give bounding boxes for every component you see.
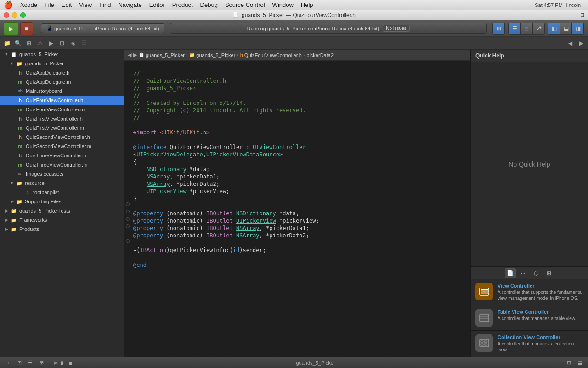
minimize-button[interactable] [12, 12, 17, 18]
window-controls-right: ⊡ [580, 12, 584, 18]
svg-rect-7 [480, 339, 489, 347]
bottom-scheme-label: ▶ ⏸ ⏹ guands_5_Picker [54, 360, 556, 366]
nav-source-control-button[interactable]: ⊞ [24, 38, 34, 48]
assistant-editor-button[interactable]: ⊡ [520, 23, 532, 34]
menu-product[interactable]: Product [169, 1, 197, 8]
sidebar-item-supporting-files[interactable]: 📁 Supporting Files [0, 197, 124, 206]
breadcrumb-item-1[interactable]: 📋 guands_5_Picker › [139, 52, 187, 58]
run-button[interactable]: ▶ [4, 22, 18, 35]
nav-breakpoints-button[interactable]: ◈ [68, 38, 78, 48]
nav-panel-icon: ◧ [552, 25, 557, 32]
stop-button[interactable]: ■ [20, 22, 33, 35]
svg-rect-8 [481, 341, 483, 343]
qh-item-table-view-controller[interactable]: Table View Controller A controller that … [471, 305, 588, 331]
menu-navigate[interactable]: Navigate [114, 1, 145, 8]
hierarchy-button[interactable]: ⊞ [37, 359, 46, 367]
menu-find[interactable]: Find [96, 1, 114, 8]
scheme-selector[interactable]: 📱 guands_5_P... — iPhone Retina (4-inch … [41, 23, 164, 33]
sidebar-item-frameworks[interactable]: 📁 Frameworks [0, 215, 124, 224]
sidebar-item-quiz-second-h[interactable]: h QuizSecondViewController.h [0, 132, 124, 142]
sidebar-item-main-group[interactable]: 📁 guands_5_Picker [0, 59, 124, 68]
add-file-button[interactable]: + [4, 359, 13, 367]
menu-view[interactable]: View [75, 1, 96, 8]
sidebar-item-quiz-three-m[interactable]: m QuizThreeViewController.m [0, 160, 124, 169]
filter-button[interactable]: ⊡ [15, 359, 24, 367]
code-editor[interactable]: // // QuizFourViewController.h // guands… [124, 61, 470, 357]
quick-help-no-content: No Quick Help [471, 62, 588, 266]
close-button[interactable] [4, 12, 9, 18]
qh-doc-button[interactable]: 📄 [505, 268, 516, 278]
sidebar-item-quiz-three-h[interactable]: h QuizThreeViewController.h [0, 151, 124, 160]
nav-issues-button[interactable]: ⚠ [35, 38, 45, 48]
show-debug-panel-button[interactable]: ⬓ [560, 23, 572, 34]
menu-xcode[interactable]: Xcode [17, 1, 41, 8]
menu-help[interactable]: Help [297, 1, 317, 8]
menu-source-control[interactable]: Source Control [221, 1, 269, 8]
bottom-play-button[interactable]: ▶ [54, 360, 57, 366]
build-status: Running guands_5_Picker on iPhone Retina… [170, 23, 487, 34]
gutter-dot-3[interactable] [126, 217, 130, 221]
nav-debug-button[interactable]: ⊡ [57, 38, 67, 48]
nav-tests-button[interactable]: ▶ [46, 38, 56, 48]
version-editor-button[interactable]: ⎇ [532, 23, 544, 34]
sidebar-item-quiz-second-m[interactable]: m QuizSecondViewController.m [0, 142, 124, 151]
bc3-icon: h [240, 52, 243, 58]
sidebar-item-products[interactable]: 📁 Products [0, 224, 124, 234]
menu-edit[interactable]: Edit [58, 1, 75, 8]
images-xcassets-label: Images.xcassets [26, 171, 63, 177]
sidebar-item-quiz-app-delegate-m[interactable]: m QuizAppDelegate.m [0, 77, 124, 86]
sidebar-item-main-storyboard[interactable]: sb Main.storyboard [0, 86, 124, 96]
nav-logs-button[interactable]: ☰ [79, 38, 89, 48]
nav-search-button[interactable]: 🔍 [13, 38, 23, 48]
sidebar-item-quiz-first-h[interactable]: h QuizFirstViewController.h [0, 114, 124, 123]
gutter-dot-1[interactable] [126, 202, 130, 206]
menu-file[interactable]: File [41, 1, 58, 8]
qh-grid-button[interactable]: ⊞ [543, 268, 554, 278]
menu-editor[interactable]: Editor [146, 1, 169, 8]
nav-folder-button[interactable]: 📁 [2, 38, 12, 48]
standard-editor-button[interactable]: ☰ [509, 23, 520, 34]
sidebar-item-tests[interactable]: 📁 guands_5_PickerTests [0, 206, 124, 215]
toolbar-right-buttons: ⊞ ☰ ⊡ ⎇ ◧ ⬓ ◨ [492, 23, 584, 34]
qh-tv-icon [475, 309, 493, 327]
sidebar-item-quiz-app-delegate-h[interactable]: h QuizAppDelegate.h [0, 68, 124, 77]
menu-window[interactable]: Window [269, 1, 297, 8]
breadcrumb-item-3[interactable]: h QuizFourViewController.h › [240, 52, 305, 58]
sidebar-item-footbar-plist[interactable]: p footbar.plist [0, 188, 124, 197]
cube-icon: ⬡ [534, 270, 538, 276]
breadcrumb-item-4[interactable]: pickerData2 [306, 52, 334, 58]
bottom-stop-button[interactable]: ⏹ [68, 360, 73, 366]
bottom-nav-button-1[interactable]: ⊡ [564, 359, 573, 367]
editor-toggle-group: ☰ ⊡ ⎇ [508, 23, 545, 34]
gutter-dot-4[interactable] [126, 224, 130, 228]
show-utilities-panel-button[interactable]: ◨ [572, 23, 584, 34]
breadcrumb-item-2[interactable]: 📁 guands_5_Picker › [189, 52, 238, 58]
sidebar-item-quiz-four-m[interactable]: m QuizFourViewController.m [0, 105, 124, 114]
sidebar-item-resource-group[interactable]: 📁 resource [0, 178, 124, 188]
bc3-text: QuizFourViewController.h [244, 52, 302, 58]
nav-back-button[interactable]: ◀ [565, 38, 575, 48]
nav-forward-button[interactable]: ▶ [576, 38, 586, 48]
qh-reference-button[interactable]: {} [518, 268, 529, 278]
sort-button[interactable]: ☰ [26, 359, 35, 367]
gutter-dot-2[interactable] [126, 210, 130, 213]
show-navigator-button[interactable]: ⊞ [493, 23, 505, 34]
qh-cube-button[interactable]: ⬡ [531, 268, 542, 278]
show-navigator-panel-button[interactable]: ◧ [548, 23, 560, 34]
menu-debug[interactable]: Debug [197, 1, 221, 8]
maximize-button[interactable] [20, 12, 26, 18]
scheme-app-name: guands_5_P... [54, 26, 86, 31]
h-file-icon-4: h [17, 133, 24, 141]
bottom-nav-button-2[interactable]: ⬓ [575, 359, 584, 367]
bottom-pause-button[interactable]: ⏸ [59, 360, 64, 366]
sidebar-item-project-root[interactable]: 📋 guands_5_Picker [0, 50, 124, 59]
apple-menu-icon[interactable]: 🍎 [4, 0, 13, 9]
sidebar-item-quiz-four-h[interactable]: h QuizFourViewController.h [0, 96, 124, 105]
qh-item-view-controller[interactable]: View Controller A controller that suppor… [471, 279, 588, 305]
sidebar-item-quiz-first-m[interactable]: m QuizFirstViewController.m [0, 123, 124, 132]
code-text[interactable]: // // QuizFourViewController.h // guands… [131, 61, 470, 357]
qh-item-collection-view-controller[interactable]: Collection View Controller A controller … [471, 331, 588, 357]
disclosure-frameworks [4, 217, 9, 223]
sidebar-item-images-xcassets[interactable]: xa Images.xcassets [0, 169, 124, 178]
gutter-dot-5[interactable] [126, 239, 130, 243]
